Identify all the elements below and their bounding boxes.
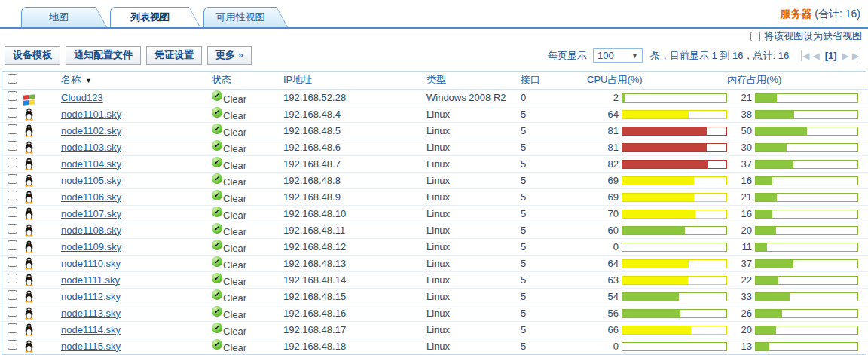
default-view-checkbox[interactable] (750, 32, 760, 41)
device-type: Linux (426, 172, 521, 188)
credential-settings-button[interactable]: 凭证设置 (146, 46, 202, 65)
status-ok-icon: ✔ (212, 289, 222, 300)
default-view-label: 将该视图设为缺省视图 (764, 29, 862, 43)
row-checkbox[interactable] (8, 207, 17, 217)
column-header-name[interactable]: 名称 (61, 74, 81, 85)
row-checkbox[interactable] (8, 290, 17, 300)
next-page-icon[interactable]: ▶ (842, 50, 849, 61)
table-row: node1108.sky ✔Clear 192.168.48.11 Linux … (2, 222, 868, 238)
mem-value: 13 (727, 341, 752, 352)
device-table-wrap: 名称▼ 状态 IP地址 类型 接口 CPU占用(%) 内存占用(%) Cloud… (2, 71, 866, 355)
row-checkbox[interactable] (8, 224, 17, 234)
column-header-memory[interactable]: 内存占用(%) (727, 74, 781, 85)
device-name-link[interactable]: node1102.sky (61, 125, 121, 136)
row-checkbox[interactable] (8, 191, 17, 200)
device-name-link[interactable]: node1110.sky (61, 258, 121, 269)
linux-tux-icon (23, 256, 35, 268)
cpu-usage-bar (622, 259, 727, 268)
column-header-cpu[interactable]: CPU占用(%) (587, 74, 643, 85)
device-type: Linux (426, 238, 521, 255)
tab-map[interactable]: 地图 (21, 7, 107, 27)
ip-address: 192.168.48.15 (283, 288, 426, 305)
linux-tux-icon (23, 323, 35, 334)
device-name-link[interactable]: node1108.sky (61, 225, 121, 236)
mem-value: 21 (727, 92, 752, 103)
status-ok-icon: ✔ (212, 157, 222, 167)
more-button[interactable]: 更多 » (207, 46, 252, 65)
per-page-select[interactable]: 100 ▼ (593, 48, 643, 63)
cpu-usage-bar (622, 226, 727, 235)
row-checkbox[interactable] (8, 340, 17, 350)
cpu-usage-bar (622, 292, 727, 301)
device-name-link[interactable]: node1115.sky (61, 341, 121, 352)
cpu-usage-bar (622, 193, 727, 202)
device-type: Linux (426, 188, 521, 205)
row-checkbox[interactable] (8, 323, 17, 333)
cpu-usage-bar (622, 176, 727, 185)
interface-count: 0 (521, 89, 587, 106)
status-label: Clear (223, 259, 246, 271)
status-ok-icon: ✔ (212, 256, 222, 267)
ip-address: 192.168.48.10 (283, 205, 426, 222)
last-page-icon[interactable]: ▶ (852, 50, 860, 61)
column-header-ip[interactable]: IP地址 (283, 74, 312, 85)
device-name-link[interactable]: node1111.sky (61, 274, 120, 286)
row-checkbox[interactable] (8, 158, 17, 167)
row-checkbox[interactable] (8, 141, 17, 151)
cpu-value: 81 (587, 142, 619, 153)
status-label: Clear (223, 110, 246, 121)
row-checkbox[interactable] (8, 124, 17, 134)
row-checkbox[interactable] (8, 91, 17, 101)
device-template-button[interactable]: 设备模板 (5, 46, 60, 65)
memory-usage-bar (755, 143, 858, 152)
row-checkbox[interactable] (8, 274, 17, 283)
mem-value: 16 (727, 175, 752, 186)
memory-usage-bar (755, 193, 858, 202)
device-name-link[interactable]: node1112.sky (61, 291, 121, 302)
status-ok-icon: ✔ (212, 240, 222, 250)
cpu-usage-bar (622, 127, 727, 136)
row-checkbox[interactable] (8, 240, 17, 250)
mem-value: 20 (727, 324, 752, 335)
per-page-value: 100 (598, 50, 614, 61)
device-name-link[interactable]: node1106.sky (61, 191, 121, 203)
cpu-value: 0 (587, 241, 619, 252)
tab-list-view[interactable]: 列表视图 (110, 7, 200, 27)
notification-profile-button[interactable]: 通知配置文件 (66, 46, 141, 65)
interface-count: 5 (521, 255, 587, 271)
more-button-label: 更多 (215, 49, 235, 60)
interface-count: 5 (521, 338, 587, 354)
memory-usage-bar (755, 243, 858, 252)
table-row: node1111.sky ✔Clear 192.168.48.14 Linux … (2, 271, 868, 288)
device-name-link[interactable]: node1104.sky (61, 158, 121, 170)
status-label: Clear (223, 210, 246, 221)
device-type: Linux (426, 106, 521, 122)
row-checkbox[interactable] (8, 174, 17, 184)
table-header-row: 名称▼ 状态 IP地址 类型 接口 CPU占用(%) 内存占用(%) (2, 72, 868, 89)
linux-tux-icon (23, 306, 35, 317)
select-all-checkbox[interactable] (8, 74, 17, 84)
row-checkbox[interactable] (8, 108, 17, 118)
linux-tux-icon (23, 340, 35, 351)
row-checkbox[interactable] (8, 307, 17, 317)
device-name-link[interactable]: node1114.sky (61, 324, 121, 335)
table-row: node1104.sky ✔Clear 192.168.48.7 Linux 5… (2, 155, 868, 172)
cpu-usage-bar (622, 210, 727, 219)
column-header-status[interactable]: 状态 (212, 74, 231, 85)
row-checkbox[interactable] (8, 257, 17, 267)
current-page-indicator[interactable]: [1] (825, 50, 837, 61)
device-name-link[interactable]: node1107.sky (61, 208, 121, 219)
linux-tux-icon (23, 240, 35, 251)
device-type: Linux (426, 255, 521, 271)
column-header-type[interactable]: 类型 (426, 74, 446, 85)
first-page-icon[interactable]: ◀ (801, 50, 809, 61)
device-name-link[interactable]: node1103.sky (61, 142, 121, 153)
prev-page-icon[interactable]: ◀ (812, 50, 819, 61)
device-name-link[interactable]: Cloud123 (61, 92, 103, 103)
device-name-link[interactable]: node1109.sky (61, 241, 121, 252)
column-header-interface[interactable]: 接口 (521, 74, 540, 85)
device-name-link[interactable]: node1101.sky (61, 109, 121, 120)
device-name-link[interactable]: node1105.sky (61, 175, 121, 186)
device-name-link[interactable]: node1113.sky (61, 308, 121, 319)
tab-availability-view[interactable]: 可用性视图 (203, 7, 288, 27)
